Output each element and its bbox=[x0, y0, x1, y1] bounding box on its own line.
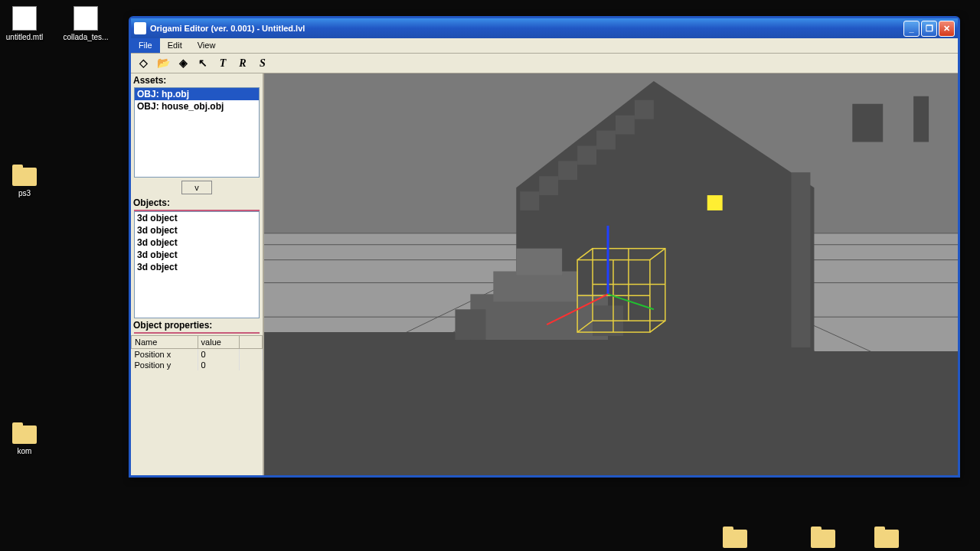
svg-rect-25 bbox=[616, 116, 635, 135]
titlebar[interactable]: Origami Editor (ver. 0.001) - Untitled.l… bbox=[131, 18, 958, 38]
objects-label: Objects: bbox=[131, 196, 263, 210]
file-icon bbox=[74, 6, 98, 31]
scale-icon[interactable]: S bbox=[255, 56, 270, 71]
svg-rect-30 bbox=[493, 272, 577, 302]
select-icon[interactable]: ↖ bbox=[195, 56, 211, 71]
divider bbox=[134, 332, 260, 334]
app-window: Origami Editor (ver. 0.001) - Untitled.l… bbox=[129, 16, 960, 478]
minimize-button[interactable]: _ bbox=[903, 21, 920, 37]
folder-icon bbox=[12, 168, 37, 186]
assets-label: Assets: bbox=[131, 73, 263, 87]
properties-label: Object properties: bbox=[131, 318, 263, 332]
svg-rect-32 bbox=[455, 309, 485, 340]
svg-rect-28 bbox=[707, 195, 723, 210]
maximize-button[interactable]: ❐ bbox=[921, 21, 937, 37]
object-item[interactable]: 3d object bbox=[135, 249, 259, 261]
svg-rect-20 bbox=[520, 191, 539, 210]
asset-item[interactable]: OBJ: hp.obj bbox=[135, 88, 259, 100]
close-button[interactable]: ✕ bbox=[939, 21, 955, 37]
objects-list[interactable]: 3d object3d object3d object3d object3d o… bbox=[134, 211, 260, 318]
toolbar: ◇📂◈↖TRS bbox=[131, 54, 958, 73]
prop-value[interactable]: 0 bbox=[198, 360, 239, 370]
property-row[interactable]: Position y0 bbox=[132, 360, 263, 370]
object-item[interactable]: 3d object bbox=[135, 261, 259, 273]
icon-label: kom bbox=[2, 447, 47, 455]
window-title: Origami Editor (ver. 0.001) - Untitled.l… bbox=[150, 24, 903, 33]
property-row[interactable]: Position x0 bbox=[132, 349, 263, 360]
save-icon[interactable]: ◈ bbox=[175, 56, 191, 71]
svg-rect-23 bbox=[577, 145, 596, 165]
folder-icon bbox=[12, 425, 37, 444]
menubar: FileEditView bbox=[131, 38, 958, 54]
sidebar: Assets: OBJ: hp.objOBJ: house_obj.obj v … bbox=[131, 73, 263, 475]
icon-label: collada_tes... bbox=[63, 33, 109, 41]
desktop-icon[interactable]: collada_tes... bbox=[63, 6, 109, 41]
menu-view[interactable]: View bbox=[190, 38, 224, 53]
menu-edit[interactable]: Edit bbox=[160, 38, 190, 53]
taskbar-folder[interactable] bbox=[864, 527, 910, 551]
svg-rect-24 bbox=[596, 131, 616, 150]
assets-list[interactable]: OBJ: hp.objOBJ: house_obj.obj bbox=[134, 87, 260, 178]
desktop-icon[interactable]: kom bbox=[2, 422, 47, 455]
desktop-icon[interactable]: ps3 bbox=[2, 165, 47, 197]
taskbar-folder[interactable] bbox=[712, 527, 758, 551]
object-item[interactable]: 3d object bbox=[135, 212, 259, 224]
folder-icon bbox=[874, 530, 899, 548]
object-item[interactable]: 3d object bbox=[135, 236, 259, 249]
new-icon[interactable]: ◇ bbox=[136, 56, 151, 71]
object-item[interactable]: 3d object bbox=[135, 224, 259, 236]
prop-value[interactable]: 0 bbox=[198, 349, 239, 360]
icon-label: untitled.mtl bbox=[2, 33, 47, 41]
desktop-icon[interactable]: untitled.mtl bbox=[2, 6, 47, 41]
add-to-scene-button[interactable]: v bbox=[181, 181, 212, 194]
file-icon bbox=[12, 6, 37, 31]
asset-item[interactable]: OBJ: house_obj.obj bbox=[135, 100, 259, 112]
svg-rect-21 bbox=[539, 176, 558, 195]
folder-icon bbox=[811, 530, 835, 548]
icon-label: ps3 bbox=[2, 189, 47, 197]
menu-file[interactable]: File bbox=[131, 38, 160, 53]
svg-rect-27 bbox=[791, 172, 810, 347]
col-name: Name bbox=[132, 336, 198, 349]
viewport-3d[interactable] bbox=[263, 73, 958, 475]
prop-name: Position y bbox=[132, 360, 198, 370]
svg-rect-31 bbox=[516, 249, 562, 276]
svg-rect-22 bbox=[558, 161, 577, 180]
prop-name: Position x bbox=[132, 349, 198, 360]
svg-rect-26 bbox=[635, 100, 654, 119]
taskbar-folder[interactable] bbox=[800, 527, 846, 551]
rotate-icon[interactable]: R bbox=[235, 56, 250, 71]
properties-table: Name value Position x0Position y0 bbox=[131, 335, 263, 370]
folder-icon bbox=[723, 530, 747, 548]
translate-icon[interactable]: T bbox=[215, 56, 230, 71]
app-icon bbox=[134, 22, 146, 34]
col-value: value bbox=[198, 336, 239, 349]
open-icon[interactable]: 📂 bbox=[155, 56, 171, 71]
